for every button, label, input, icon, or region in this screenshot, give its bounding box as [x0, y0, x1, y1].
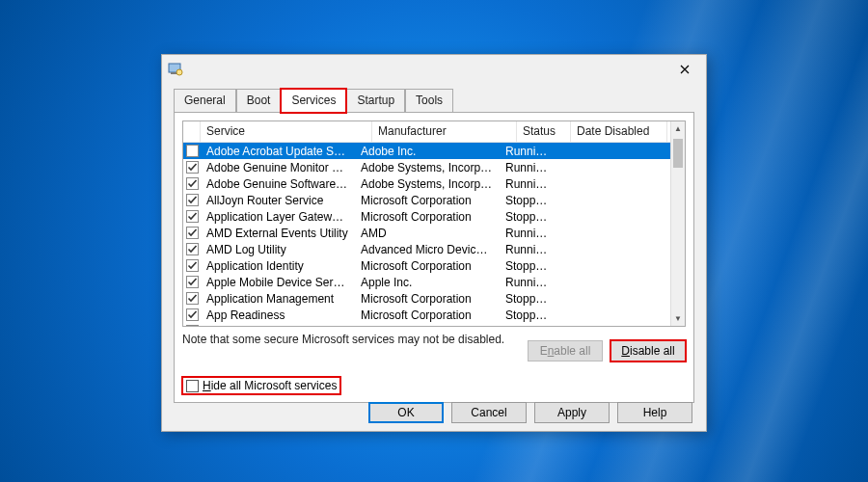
table-row[interactable]: Application ManagementMicrosoft Corporat… [183, 290, 670, 307]
cell-status: Stopped [500, 194, 554, 207]
list-header: Service Manufacturer Status Date Disable… [183, 121, 685, 143]
cell-manufacturer: Adobe Inc. [355, 145, 500, 158]
ok-button[interactable]: OK [368, 402, 444, 423]
cell-manufacturer: Microsoft Corporation [355, 259, 500, 273]
table-row[interactable]: Adobe Genuine Software Integri...Adobe S… [183, 175, 670, 192]
col-manufacturer[interactable]: Manufacturer [372, 121, 517, 142]
svg-point-2 [176, 69, 182, 75]
cell-service: Application Identity [201, 259, 355, 273]
tabstrip: General Boot Services Startup Tools [162, 88, 706, 112]
row-checkbox[interactable] [183, 276, 201, 288]
scroll-thumb[interactable] [673, 139, 683, 168]
cell-status: Running [500, 276, 554, 289]
cell-status: Stopped [500, 308, 554, 322]
row-checkbox[interactable] [183, 259, 201, 272]
cell-status: Stopped [500, 292, 554, 306]
services-panel: Service Manufacturer Status Date Disable… [174, 112, 694, 403]
tab-tools[interactable]: Tools [405, 89, 453, 113]
enable-disable-row: Enable all Disable all [528, 340, 686, 362]
apply-button[interactable]: Apply [534, 402, 610, 423]
row-checkbox[interactable] [183, 145, 201, 157]
app-icon [168, 62, 183, 77]
table-row[interactable]: AMD External Events UtilityAMDRunning [183, 225, 670, 241]
cancel-button[interactable]: Cancel [451, 402, 527, 423]
close-button[interactable] [664, 55, 706, 84]
cell-service: Adobe Genuine Monitor Service [201, 161, 355, 174]
table-row[interactable]: AppX Deployment Service (AppX...Microsof… [183, 323, 670, 326]
cell-service: AppX Deployment Service (AppX... [201, 325, 355, 327]
scroll-up-icon[interactable]: ▲ [671, 121, 685, 136]
cell-manufacturer: Adobe Systems, Incorpora... [355, 177, 500, 191]
titlebar [162, 55, 706, 84]
disable-all-button[interactable]: Disable all [610, 340, 686, 362]
hide-ms-services-checkbox[interactable]: Hide all Microsoft services [182, 377, 340, 394]
cell-service: App Readiness [201, 308, 355, 322]
cell-service: AMD External Events Utility [201, 227, 355, 240]
services-list[interactable]: Service Manufacturer Status Date Disable… [182, 120, 686, 327]
scroll-down-icon[interactable]: ▼ [671, 311, 685, 326]
cell-status: Running [500, 227, 554, 240]
row-checkbox[interactable] [183, 194, 201, 206]
svg-rect-14 [186, 326, 198, 327]
table-row[interactable]: AMD Log UtilityAdvanced Micro Devices, I… [183, 241, 670, 257]
tab-general[interactable]: General [174, 89, 236, 113]
cell-manufacturer: Microsoft Corporation [355, 292, 500, 306]
row-checkbox[interactable] [183, 325, 201, 326]
list-rows: Adobe Acrobat Update ServiceAdobe Inc.Ru… [183, 143, 670, 326]
help-button[interactable]: Help [617, 402, 692, 423]
row-checkbox[interactable] [183, 210, 201, 223]
cell-manufacturer: Microsoft Corporation [355, 308, 500, 322]
row-checkbox[interactable] [183, 308, 201, 321]
table-row[interactable]: AllJoyn Router ServiceMicrosoft Corporat… [183, 192, 670, 208]
cell-manufacturer: Apple Inc. [355, 276, 500, 289]
row-checkbox[interactable] [183, 243, 201, 255]
enable-all-button: Enable all [528, 340, 603, 362]
dialog-buttons: OK Cancel Apply Help [162, 394, 706, 431]
row-checkbox[interactable] [183, 161, 201, 174]
cell-status: Running [500, 177, 554, 191]
table-row[interactable]: Adobe Acrobat Update ServiceAdobe Inc.Ru… [183, 143, 670, 159]
cell-service: AMD Log Utility [201, 243, 355, 256]
row-checkbox[interactable] [183, 177, 201, 190]
cell-manufacturer: Adobe Systems, Incorpora... [355, 161, 500, 174]
col-date-disabled[interactable]: Date Disabled [571, 121, 667, 142]
cell-status: Stopped [500, 259, 554, 273]
scrollbar[interactable]: ▲ ▼ [670, 121, 685, 326]
close-icon [680, 65, 690, 74]
cell-service: AllJoyn Router Service [201, 194, 355, 207]
cell-manufacturer: AMD [355, 227, 500, 240]
tab-services[interactable]: Services [281, 89, 346, 113]
cell-service: Adobe Acrobat Update Service [201, 145, 355, 158]
cell-service: Application Layer Gateway Service [201, 210, 355, 224]
cell-status: Running [500, 243, 554, 256]
col-service[interactable]: Service [201, 121, 372, 142]
tab-boot[interactable]: Boot [236, 89, 282, 113]
table-row[interactable]: Apple Mobile Device ServiceApple Inc.Run… [183, 274, 670, 290]
table-row[interactable]: App ReadinessMicrosoft CorporationStoppe… [183, 307, 670, 323]
tab-startup[interactable]: Startup [346, 89, 405, 113]
col-status[interactable]: Status [517, 121, 571, 142]
cell-status: Stopped [500, 325, 554, 327]
cell-manufacturer: Microsoft Corporation [355, 194, 500, 207]
checkbox-icon [186, 380, 199, 392]
cell-status: Running [500, 145, 554, 158]
cell-service: Apple Mobile Device Service [201, 276, 355, 289]
row-checkbox[interactable] [183, 292, 201, 305]
table-row[interactable]: Application IdentityMicrosoft Corporatio… [183, 257, 670, 274]
msconfig-dialog: General Boot Services Startup Tools Serv… [161, 54, 707, 432]
table-row[interactable]: Adobe Genuine Monitor ServiceAdobe Syste… [183, 159, 670, 175]
table-row[interactable]: Application Layer Gateway ServiceMicroso… [183, 208, 670, 225]
cell-service: Adobe Genuine Software Integri... [201, 177, 355, 191]
cell-status: Stopped [500, 210, 554, 224]
cell-status: Running [500, 161, 554, 174]
cell-service: Application Management [201, 292, 355, 306]
cell-manufacturer: Microsoft Corporation [355, 325, 500, 327]
cell-manufacturer: Advanced Micro Devices, I... [355, 243, 500, 256]
row-checkbox[interactable] [183, 227, 201, 239]
cell-manufacturer: Microsoft Corporation [355, 210, 500, 224]
